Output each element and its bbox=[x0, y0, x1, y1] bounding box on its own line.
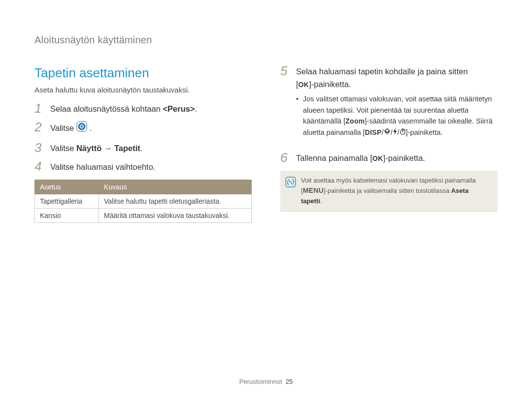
text: Selaa aloitusnäytössä kohtaan bbox=[50, 104, 163, 113]
arrow: → bbox=[101, 144, 114, 153]
step-text: Valitse haluamasi vaihtoehto. bbox=[50, 161, 155, 174]
section-heading: Tapetin asettaminen bbox=[34, 65, 252, 81]
text: Tallenna painamalla [ bbox=[296, 154, 372, 162]
table-header: Kuvaus bbox=[99, 180, 252, 194]
steps-list-right: 5 Selaa haluamasi tapetin kohdalle ja pa… bbox=[280, 65, 498, 165]
right-column: 5 Selaa haluamasi tapetin kohdalle ja pa… bbox=[280, 65, 498, 223]
step-text: Tallenna painamalla [OK]-painiketta. bbox=[296, 152, 425, 165]
text: . bbox=[89, 123, 92, 132]
table-header-row: Asetus Kuvaus bbox=[35, 180, 252, 194]
step-number: 2 bbox=[34, 121, 44, 133]
text: . bbox=[195, 104, 198, 113]
step-number: 1 bbox=[34, 102, 44, 115]
macro-icon bbox=[384, 127, 391, 138]
step-6: 6 Tallenna painamalla [OK]-painiketta. bbox=[280, 152, 498, 165]
step-5: 5 Selaa haluamasi tapetin kohdalle ja pa… bbox=[280, 65, 498, 146]
step-3: 3 Valitse Näyttö → Tapetit. bbox=[34, 142, 252, 155]
table-cell: Tapettigalleria bbox=[35, 194, 99, 208]
section-intro: Aseta haluttu kuva aloitusnäytön taustak… bbox=[34, 86, 252, 94]
footer-section: Perustoiminnot bbox=[239, 378, 282, 385]
step-number: 6 bbox=[280, 151, 290, 164]
disp-button-label: DISP bbox=[365, 128, 382, 136]
manual-page: Aloitusnäytön käyttäminen Tapetin asetta… bbox=[0, 0, 532, 401]
step-text: Valitse Näyttö → Tapetit. bbox=[50, 142, 142, 155]
inline-bold: Tapetit bbox=[114, 144, 140, 153]
text: Selaa haluamasi tapetin kohdalle ja pain… bbox=[296, 67, 468, 76]
table-row: Tapettigalleria Valitse haluttu tapetti … bbox=[35, 194, 252, 208]
text: . bbox=[320, 197, 322, 205]
table-row: Kansio Määritä ottamasi valokuva taustak… bbox=[35, 208, 252, 222]
info-icon bbox=[285, 177, 296, 206]
text: ]-painiketta. bbox=[383, 154, 425, 162]
timer-icon bbox=[399, 127, 406, 138]
inline-bold: <Perus> bbox=[163, 104, 195, 113]
step-text: Valitse . bbox=[50, 122, 92, 136]
text: ]-painiketta ja valitsemalla sitten tois… bbox=[324, 187, 451, 194]
text: ]-painiketta. bbox=[406, 128, 443, 136]
two-column-layout: Tapetin asettaminen Aseta haluttu kuva a… bbox=[34, 65, 498, 223]
flash-icon bbox=[393, 127, 398, 138]
step-4: 4 Valitse haluamasi vaihtoehto. bbox=[34, 161, 252, 174]
step-2: 2 Valitse . bbox=[34, 122, 252, 136]
breadcrumb: Aloitusnäytön käyttäminen bbox=[34, 34, 498, 46]
step-text: Selaa haluamasi tapetin kohdalle ja pain… bbox=[296, 65, 498, 146]
table-cell: Määritä ottamasi valokuva taustakuvaksi. bbox=[99, 208, 252, 222]
wallpaper-setting-icon bbox=[76, 121, 87, 136]
left-column: Tapetin asettaminen Aseta haluttu kuva a… bbox=[34, 65, 252, 223]
info-note: Voit asettaa myös katselemasi valokuvan … bbox=[280, 171, 498, 212]
text: . bbox=[140, 144, 143, 153]
steps-list-left: 1 Selaa aloitusnäytössä kohtaan <Perus>.… bbox=[34, 103, 252, 174]
text: Valitse bbox=[50, 123, 76, 132]
svg-point-3 bbox=[81, 125, 83, 127]
step-number: 4 bbox=[34, 160, 44, 173]
step-number: 3 bbox=[34, 141, 44, 154]
step-text: Selaa aloitusnäytössä kohtaan <Perus>. bbox=[50, 103, 197, 116]
text: Valitse bbox=[50, 144, 76, 153]
zoom-label: Zoom bbox=[345, 117, 365, 125]
ok-button-label: OK bbox=[372, 154, 383, 162]
text: Voit asettaa myös katselemasi valokuvan … bbox=[301, 177, 476, 184]
table-cell: Valitse haluttu tapetti oletusgalleriast… bbox=[99, 194, 252, 208]
options-table: Asetus Kuvaus Tapettigalleria Valitse ha… bbox=[34, 180, 252, 223]
info-note-text: Voit asettaa myös katselemasi valokuvan … bbox=[301, 176, 491, 206]
step-5-note: Jos valitset ottamasi valokuvan, voit as… bbox=[296, 93, 498, 138]
text: ]-painiketta. bbox=[309, 80, 351, 89]
ok-button-label: OK bbox=[299, 81, 309, 89]
step-number: 5 bbox=[280, 64, 290, 77]
inline-bold: Näyttö bbox=[76, 144, 101, 153]
table-cell: Kansio bbox=[35, 208, 99, 222]
step-1: 1 Selaa aloitusnäytössä kohtaan <Perus>. bbox=[34, 103, 252, 116]
menu-button-label: MENU bbox=[303, 186, 324, 194]
page-footer: Perustoiminnot 25 bbox=[0, 378, 532, 385]
table-header: Asetus bbox=[35, 180, 99, 194]
page-number: 25 bbox=[286, 378, 293, 385]
